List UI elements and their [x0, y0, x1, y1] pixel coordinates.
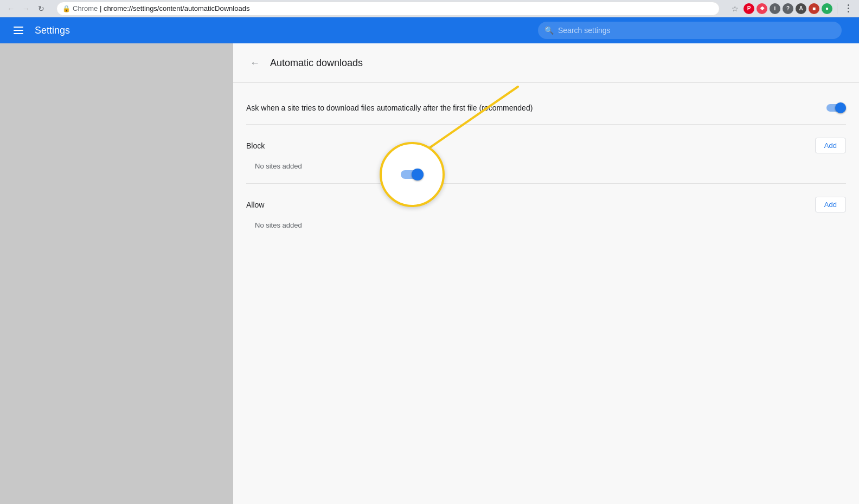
menu-dot-1 — [848, 4, 849, 6]
allow-empty-message: No sites added — [246, 217, 846, 238]
chrome-menu-button[interactable] — [842, 2, 855, 15]
allow-section-title: Allow — [246, 201, 264, 209]
page-header: ← Automatic downloads — [233, 43, 859, 83]
left-panel — [0, 43, 233, 504]
auto-downloads-toggle-row: Ask when a site tries to download files … — [246, 96, 846, 120]
toggle-thumb — [835, 102, 846, 113]
green-extension-icon[interactable]: ● — [822, 3, 832, 14]
star-icon[interactable]: ☆ — [728, 2, 741, 15]
divider-2 — [246, 183, 846, 184]
lock-icon: 🔒 — [62, 5, 70, 12]
block-section-title: Block — [246, 141, 265, 150]
pocket-extension-icon[interactable]: ❖ — [757, 3, 767, 14]
divider-1 — [246, 124, 846, 125]
menu-dot-3 — [848, 11, 849, 12]
forward-button[interactable]: → — [20, 2, 33, 15]
back-button[interactable]: ← — [4, 2, 17, 15]
search-icon: 🔍 — [544, 26, 554, 35]
block-empty-message: No sites added — [246, 158, 846, 179]
settings-panel: ← Automatic downloads Ask when a site tr… — [233, 43, 859, 504]
back-to-settings-button[interactable]: ← — [246, 54, 264, 72]
profile-separator — [837, 3, 837, 14]
menu-line-3 — [14, 33, 23, 34]
browser-chrome-bar: ← → ↻ 🔒 Chrome | chrome://settings/conte… — [0, 0, 859, 17]
help-extension-icon[interactable]: ? — [783, 3, 793, 14]
pinterest-extension-icon[interactable]: P — [743, 3, 754, 14]
info-extension-icon[interactable]: i — [770, 3, 780, 14]
allow-add-button[interactable]: Add — [815, 197, 846, 212]
menu-dot-2 — [848, 8, 849, 9]
hamburger-menu-button[interactable] — [9, 21, 28, 40]
search-input[interactable] — [558, 26, 835, 35]
refresh-button[interactable]: ↻ — [35, 2, 48, 15]
address-bar-text: Chrome | chrome://settings/content/autom… — [73, 4, 714, 12]
page-title: Automatic downloads — [270, 57, 363, 69]
menu-line-1 — [14, 27, 23, 28]
main-content: ← Automatic downloads Ask when a site tr… — [0, 43, 859, 504]
dark-extension-icon[interactable]: A — [796, 3, 806, 14]
block-section-header: Block Add — [246, 129, 846, 158]
menu-line-2 — [14, 30, 23, 31]
toolbar-icons: ☆ P ❖ i ? A ■ ● — [728, 2, 855, 15]
content-body: Ask when a site tries to download files … — [233, 83, 859, 251]
settings-search-box[interactable]: 🔍 — [538, 22, 842, 39]
adblocker-extension-icon[interactable]: ■ — [809, 3, 819, 14]
settings-header: Settings 🔍 — [0, 17, 859, 43]
address-bar[interactable]: 🔒 Chrome | chrome://settings/content/aut… — [56, 2, 720, 16]
auto-downloads-toggle[interactable] — [826, 102, 846, 113]
allow-section-header: Allow Add — [246, 188, 846, 217]
block-add-button[interactable]: Add — [815, 138, 846, 153]
nav-buttons: ← → ↻ — [4, 2, 48, 15]
auto-downloads-label: Ask when a site tries to download files … — [246, 104, 826, 112]
settings-page-title: Settings — [35, 25, 538, 36]
